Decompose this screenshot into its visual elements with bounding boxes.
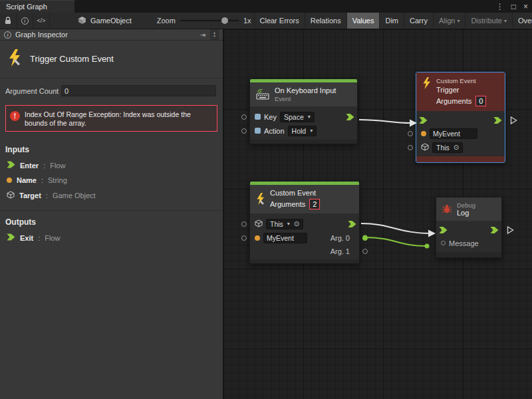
string-icon bbox=[421, 131, 426, 136]
event-name-input[interactable] bbox=[263, 233, 307, 243]
info-icon[interactable]: i bbox=[17, 13, 33, 29]
arg1-label: Arg. 1 bbox=[331, 247, 350, 255]
zoom-label: Zoom bbox=[157, 17, 176, 25]
lightning-icon bbox=[255, 193, 265, 206]
target-dropdown[interactable]: This ⊙ bbox=[432, 142, 463, 153]
graph-toolbar: i </> GameObject Zoom 1x Clear Errors Re… bbox=[0, 13, 532, 29]
distribute-button[interactable]: Distribute ▾ bbox=[465, 13, 511, 29]
port-row-arg1: Arg. 1 bbox=[250, 245, 359, 257]
bug-icon bbox=[442, 203, 452, 215]
wire-arg0-to-message[interactable] bbox=[365, 237, 427, 246]
clear-errors-button[interactable]: Clear Errors bbox=[254, 13, 305, 29]
inspector-header-icons: ⇥ ▲ ▼ bbox=[200, 29, 219, 40]
carry-button[interactable]: Carry bbox=[404, 13, 433, 29]
node-category: Custom Event bbox=[436, 77, 486, 84]
argument-count-input[interactable] bbox=[61, 85, 216, 96]
port-row-target: This ⊙ bbox=[416, 140, 505, 154]
error-footer-bar bbox=[416, 156, 505, 162]
scroll-arrows-icon[interactable]: ▲ ▼ bbox=[210, 29, 219, 40]
flow-port-row bbox=[436, 224, 501, 236]
argument-count-label: Argument Count bbox=[5, 87, 61, 95]
zoom-slider[interactable] bbox=[180, 17, 239, 25]
gameobject-selector[interactable]: GameObject bbox=[71, 13, 138, 29]
port-row-message: Message bbox=[436, 236, 501, 250]
lock-icon[interactable] bbox=[0, 13, 17, 29]
node-custom-event[interactable]: Custom Event Arguments 2 This ▾ ⊙ bbox=[249, 181, 360, 264]
unity-visual-scripting-window: Script Graph ⋮ □ × i </> GameObject Zoom… bbox=[0, 0, 532, 399]
flow-output-port[interactable] bbox=[493, 117, 502, 124]
dock-icon[interactable]: ⇥ bbox=[200, 31, 205, 39]
keycode-type-icon bbox=[255, 114, 261, 120]
input-port[interactable] bbox=[241, 114, 247, 120]
arg1-output-port[interactable] bbox=[362, 249, 368, 254]
zoom-slider-track bbox=[180, 20, 239, 21]
node-debug-log[interactable]: Debug Log Message bbox=[436, 197, 502, 258]
node-body: This ▾ ⊙ Arg. 0 Arg. 1 bbox=[250, 213, 359, 259]
maximize-icon[interactable]: □ bbox=[511, 2, 516, 11]
input-port[interactable] bbox=[241, 128, 247, 134]
message-input-port[interactable] bbox=[441, 241, 446, 245]
arg0-output-port[interactable] bbox=[362, 235, 368, 241]
overview-button[interactable]: Overview bbox=[512, 13, 532, 29]
play-triangle-icon[interactable] bbox=[510, 116, 517, 125]
graph-canvas[interactable]: On Keyboard Input Event Key Space ▾ bbox=[223, 29, 532, 399]
outputs-title: Outputs bbox=[5, 217, 217, 227]
play-triangle-icon[interactable] bbox=[507, 226, 514, 235]
node-body: This ⊙ bbox=[416, 111, 505, 156]
zoom-value: 1x bbox=[243, 17, 251, 25]
zoom-slider-knob[interactable] bbox=[221, 17, 228, 24]
wire-arrowhead bbox=[428, 230, 436, 237]
action-dropdown[interactable]: Hold ▾ bbox=[288, 126, 317, 136]
outputs-section: Outputs Exit : Flow bbox=[0, 211, 223, 250]
code-icon[interactable]: </> bbox=[33, 13, 50, 29]
flow-arrow-icon bbox=[7, 233, 15, 242]
flow-input-port[interactable] bbox=[419, 117, 428, 124]
values-button[interactable]: Values bbox=[346, 13, 380, 29]
event-name-input[interactable] bbox=[430, 128, 477, 139]
flow-output-port[interactable] bbox=[348, 220, 356, 227]
input-port[interactable] bbox=[408, 145, 413, 150]
port-row-event-name bbox=[416, 126, 505, 140]
wire-arguments-to-log[interactable] bbox=[361, 223, 430, 233]
node-trigger-custom-event[interactable]: Custom Event Trigger Arguments 0 bbox=[416, 72, 505, 163]
dim-button[interactable]: Dim bbox=[379, 13, 404, 29]
flow-output-port[interactable] bbox=[346, 113, 354, 120]
align-button[interactable]: Align ▾ bbox=[433, 13, 465, 29]
gameobject-icon bbox=[78, 16, 86, 26]
key-dropdown[interactable]: Space ▾ bbox=[280, 112, 315, 122]
input-port[interactable] bbox=[241, 235, 247, 241]
close-icon[interactable]: × bbox=[523, 2, 528, 11]
message-label: Message bbox=[449, 239, 479, 247]
node-subtitle: Event bbox=[275, 95, 336, 102]
tab-script-graph[interactable]: Script Graph bbox=[0, 0, 74, 13]
input-port[interactable] bbox=[241, 221, 247, 227]
gameobject-label: GameObject bbox=[90, 17, 132, 25]
port-row-action: Action Hold ▾ bbox=[250, 124, 357, 138]
flow-input-port[interactable] bbox=[439, 227, 448, 234]
arguments-label: Arguments bbox=[270, 200, 305, 208]
inputs-title: Inputs bbox=[5, 145, 217, 154]
port-row-enter: Enter : Flow bbox=[7, 161, 217, 170]
menu-icon[interactable]: ⋮ bbox=[496, 2, 504, 11]
port-row-name: Name : String bbox=[7, 176, 217, 184]
port-row-target: This ▾ ⊙ bbox=[250, 217, 359, 231]
graph-inspector-panel: i Graph Inspector ⇥ ▲ ▼ Trigger Custom E… bbox=[0, 29, 223, 399]
node-title: On Keyboard Input bbox=[275, 86, 336, 94]
keyboard-icon bbox=[255, 88, 270, 101]
relations-button[interactable]: Relations bbox=[305, 13, 346, 29]
lightning-icon bbox=[422, 77, 432, 90]
node-on-keyboard-input[interactable]: On Keyboard Input Event Key Space ▾ bbox=[249, 78, 358, 144]
target-dropdown[interactable]: This ▾ ⊙ bbox=[266, 219, 303, 229]
selected-node-title-block: Trigger Custom Event bbox=[0, 41, 223, 78]
toolbar-buttons: Clear Errors Relations Values Dim Carry … bbox=[254, 13, 532, 29]
gameobject-cube-icon bbox=[421, 143, 429, 152]
chevron-down-icon: ▾ bbox=[457, 18, 460, 24]
input-port[interactable] bbox=[408, 131, 413, 136]
window-controls: ⋮ □ × bbox=[496, 0, 528, 13]
wire-keyboard-to-trigger[interactable] bbox=[359, 120, 411, 123]
node-body: Key Space ▾ Action Hold ▾ bbox=[250, 106, 357, 140]
node-header: Custom Event Trigger Arguments 0 bbox=[416, 72, 505, 111]
wire-endpoint-dot bbox=[425, 244, 430, 249]
flow-output-port[interactable] bbox=[490, 227, 499, 234]
port-row-exit: Exit : Flow bbox=[7, 233, 217, 242]
